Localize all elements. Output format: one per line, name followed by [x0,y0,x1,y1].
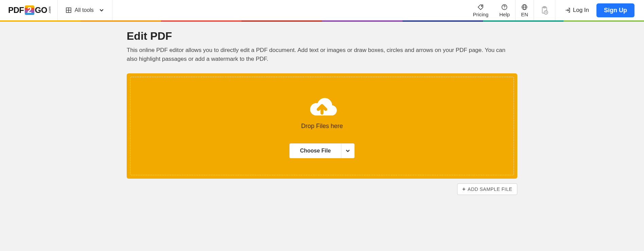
logo[interactable]: PDF 2 GO .com [0,0,58,20]
signup-button[interactable]: Sign Up [596,3,634,17]
choose-file-group: Choose File [289,143,355,158]
grid-icon [66,7,71,13]
page-body: Edit PDF This online PDF editor allows y… [0,22,644,195]
choose-file-button[interactable]: Choose File [289,143,341,158]
login-label: Log In [573,7,589,14]
cloud-upload-icon [303,93,341,121]
nav-language[interactable]: EN [516,0,534,20]
dropzone-inner: Drop Files here Choose File [130,77,514,175]
drop-hint: Drop Files here [301,123,343,130]
all-tools-menu[interactable]: All tools [58,0,112,20]
tag-icon [477,3,484,11]
top-nav: PDF 2 GO .com All tools [0,0,644,20]
brand-go: GO [35,5,47,15]
choose-file-dropdown[interactable] [341,143,355,158]
nav-pricing-label: Pricing [473,12,488,17]
login-icon [565,7,571,13]
nav-right: Pricing Help EN [467,0,644,20]
nav-history[interactable] [534,0,555,20]
login-link[interactable]: Log In [565,7,589,14]
sample-row: + ADD SAMPLE FILE [127,183,517,195]
page-subtitle: This online PDF editor allows you to dir… [127,46,517,64]
globe-icon [521,3,528,11]
dropzone[interactable]: Drop Files here Choose File [127,73,517,179]
content-container: Edit PDF This online PDF editor allows y… [127,30,517,195]
help-icon [501,3,508,11]
clipboard-history-icon [540,6,549,15]
plus-icon: + [462,186,466,192]
all-tools-label: All tools [75,7,94,13]
add-sample-file-button[interactable]: + ADD SAMPLE FILE [457,183,517,195]
brand-two: 2 [25,5,34,15]
brand-logo: PDF 2 GO .com [8,5,51,15]
chevron-down-icon [99,8,104,13]
auth-area: Log In Sign Up [555,0,644,20]
nav-spacer [112,0,467,20]
nav-language-label: EN [521,12,528,17]
add-sample-file-label: ADD SAMPLE FILE [468,186,512,192]
nav-help-label: Help [499,12,510,17]
svg-point-5 [504,8,505,8]
nav-help[interactable]: Help [494,0,515,20]
brand-pdf: PDF [8,5,24,15]
svg-point-3 [481,5,482,6]
nav-pricing[interactable]: Pricing [467,0,494,20]
page-title: Edit PDF [127,30,517,42]
brand-tld: .com [48,6,51,14]
chevron-down-icon [345,148,350,153]
